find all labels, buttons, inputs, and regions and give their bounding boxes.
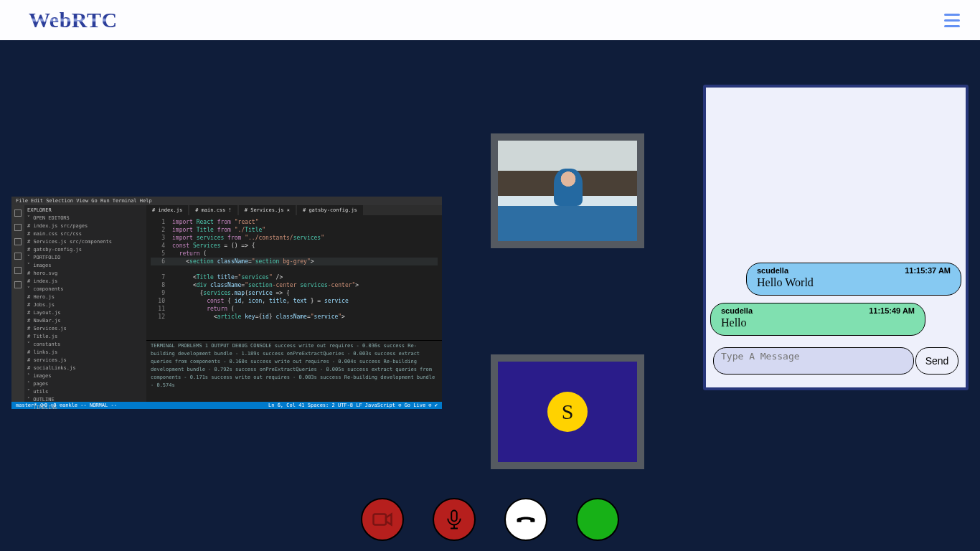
chat-message-text: Hello World <box>757 276 951 289</box>
chat-message: scudella11:15:49 AM Hello <box>710 303 925 336</box>
call-stage: File Edit Selection View Go Run Terminal… <box>0 40 980 551</box>
chat-message-user: scudella <box>721 306 753 315</box>
screen-share-tile: File Edit Selection View Go Run Terminal… <box>11 197 442 409</box>
phone-icon <box>515 509 537 530</box>
vscode-terminal: TERMINAL PROBLEMS 1 OUTPUT DEBUG CONSOLE… <box>146 340 442 402</box>
vscode-tabs: # index.js# main.css !# Services.js ×# g… <box>146 205 442 215</box>
microphone-icon <box>443 509 465 530</box>
svg-rect-0 <box>374 514 387 525</box>
chat-input[interactable] <box>713 347 914 375</box>
camera-toggle-button[interactable] <box>361 498 404 541</box>
chat-message: scudella11:15:37 AM Hello World <box>746 263 961 296</box>
vscode-menubar: File Edit Selection View Go Run Terminal… <box>11 197 442 205</box>
vscode-editor: 1import React from "react" 2import Title… <box>146 215 442 340</box>
vscode-activity-bar <box>11 205 24 402</box>
chat-message-time: 11:15:37 AM <box>905 266 951 275</box>
video-icon <box>372 509 393 530</box>
participant-video-tile[interactable] <box>491 133 644 248</box>
mic-toggle-button[interactable] <box>433 498 476 541</box>
app-logo: WebRTC <box>29 8 118 32</box>
vscode-statusbar: master* ⟳0 ⬆0 ⊘ankle -- NORMAL -- Ln 6, … <box>11 402 442 409</box>
chat-message-user: scudella <box>757 266 788 275</box>
screen-share-button[interactable] <box>576 498 619 541</box>
svg-rect-1 <box>451 511 457 522</box>
chat-message-text: Hello <box>721 316 915 329</box>
chat-message-time: 11:15:49 AM <box>869 306 915 315</box>
hangup-button[interactable] <box>504 498 547 541</box>
chat-composer: Send <box>706 343 966 387</box>
menu-button[interactable] <box>944 14 960 27</box>
chat-panel: scudella11:15:37 AM Hello World scudella… <box>703 85 969 390</box>
hamburger-icon <box>944 14 960 16</box>
call-controls <box>0 498 980 541</box>
participant-avatar-placeholder: S <box>498 362 637 462</box>
app-header: WebRTC <box>0 0 980 40</box>
chat-message-list[interactable]: scudella11:15:37 AM Hello World scudella… <box>706 88 966 343</box>
participant-camera-feed <box>498 141 637 241</box>
avatar: S <box>547 392 588 432</box>
send-button[interactable]: Send <box>915 347 958 375</box>
vscode-explorer: EXPLORER˅ OPEN EDITORS # index.js src/pa… <box>24 205 146 402</box>
participant-avatar-tile[interactable]: S <box>491 354 644 469</box>
